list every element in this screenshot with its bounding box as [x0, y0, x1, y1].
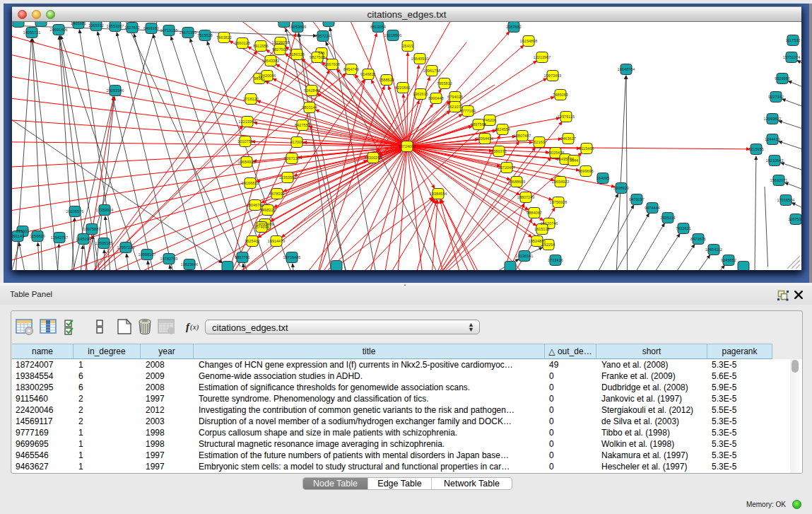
svg-text:16914479: 16914479	[268, 239, 286, 243]
svg-text:9245652: 9245652	[721, 258, 736, 262]
svg-text:1117533: 1117533	[786, 38, 801, 42]
svg-text:16671355: 16671355	[180, 30, 197, 35]
svg-text:3624554: 3624554	[495, 127, 510, 132]
svg-text:1362615: 1362615	[413, 92, 428, 96]
svg-text:6479197: 6479197	[629, 197, 645, 201]
svg-text:16210643: 16210643	[766, 158, 784, 163]
svg-text:14136141: 14136141	[516, 254, 534, 258]
svg-text:1010755: 1010755	[237, 139, 253, 144]
svg-text:1145194: 1145194	[76, 237, 90, 241]
svg-text:16782759: 16782759	[160, 257, 178, 261]
svg-text:1905381: 1905381	[71, 22, 86, 25]
svg-text:10046766: 10046766	[247, 203, 264, 207]
svg-text:1733426: 1733426	[548, 258, 563, 262]
svg-text:9884067: 9884067	[526, 211, 542, 215]
svg-text:5498222: 5498222	[260, 208, 276, 212]
svg-text:1574099: 1574099	[254, 225, 269, 229]
svg-text:18300295: 18300295	[365, 156, 382, 160]
svg-text:9777169: 9777169	[460, 109, 476, 113]
svg-text:10025438: 10025438	[547, 151, 565, 155]
svg-text:15720407: 15720407	[498, 165, 516, 170]
svg-text:8454749: 8454749	[343, 67, 359, 71]
svg-text:10807487: 10807487	[514, 134, 531, 138]
svg-text:19384554: 19384554	[430, 192, 447, 196]
svg-text:22420046: 22420046	[259, 74, 276, 78]
svg-text:7515528: 7515528	[197, 33, 213, 37]
svg-text:2087682: 2087682	[506, 25, 522, 29]
svg-text:8678332: 8678332	[269, 192, 285, 196]
svg-text:13226058: 13226058	[272, 40, 290, 45]
svg-text:16120746: 16120746	[541, 221, 558, 226]
svg-text:8990448: 8990448	[428, 96, 444, 100]
svg-text:19218506: 19218506	[384, 33, 402, 37]
svg-text:2718120: 2718120	[243, 97, 259, 101]
svg-text:9827508: 9827508	[310, 55, 325, 59]
svg-text:12093822: 12093822	[764, 117, 782, 121]
svg-text:9242843: 9242843	[304, 88, 319, 93]
svg-text:9474444: 9474444	[645, 206, 660, 210]
svg-text:(x): (x)	[190, 322, 199, 332]
svg-text:5938923: 5938923	[613, 186, 629, 190]
svg-text:1065332: 1065332	[88, 23, 104, 28]
svg-text:6466160: 6466160	[143, 26, 159, 30]
svg-text:2803144: 2803144	[302, 105, 317, 110]
svg-text:10654112: 10654112	[705, 247, 722, 252]
svg-text:10688609: 10688609	[508, 180, 526, 184]
svg-text:11353594: 11353594	[279, 175, 296, 180]
svg-text:8220561: 8220561	[395, 86, 411, 90]
svg-text:19166822: 19166822	[242, 181, 259, 185]
svg-text:417006: 417006	[290, 140, 304, 144]
svg-text:16154808: 16154808	[520, 39, 538, 43]
svg-text:7357224: 7357224	[315, 34, 331, 38]
svg-text:1156829: 1156829	[30, 234, 45, 238]
svg-text:1167533: 1167533	[788, 217, 801, 221]
svg-text:15692971: 15692971	[770, 178, 788, 182]
svg-text:25419: 25419	[402, 44, 413, 48]
svg-text:10553267: 10553267	[107, 24, 124, 28]
svg-text:10756928: 10756928	[550, 200, 567, 204]
svg-text:1615132: 1615132	[534, 227, 550, 231]
svg-text:20364436: 20364436	[476, 136, 494, 141]
svg-text:9463627: 9463627	[560, 136, 576, 141]
svg-text:16053809: 16053809	[289, 25, 307, 29]
svg-text:12213369: 12213369	[239, 119, 257, 124]
svg-text:62160: 62160	[534, 140, 545, 144]
svg-text:17359924: 17359924	[96, 208, 114, 212]
svg-text:7663822: 7663822	[216, 35, 232, 40]
svg-text:29053346: 29053346	[107, 88, 124, 93]
svg-text:10719155: 10719155	[160, 28, 178, 33]
svg-text:8215955: 8215955	[748, 147, 764, 151]
svg-text:1244419: 1244419	[765, 137, 780, 141]
svg-text:1527602: 1527602	[124, 25, 140, 30]
svg-text:12975115: 12975115	[558, 115, 575, 119]
svg-text:12213967: 12213967	[534, 55, 551, 59]
svg-text:10958107: 10958107	[139, 252, 156, 257]
svg-text:8186328: 8186328	[289, 52, 305, 57]
svg-text:9660128: 9660128	[235, 41, 250, 45]
svg-text:9827503: 9827503	[272, 47, 288, 52]
svg-text:7386372: 7386372	[491, 149, 507, 153]
svg-text:9115460: 9115460	[579, 146, 594, 151]
svg-text:18807249: 18807249	[517, 195, 535, 199]
svg-text:14055721: 14055721	[23, 30, 41, 35]
svg-text:15716485: 15716485	[283, 255, 301, 259]
svg-text:9329966: 9329966	[775, 76, 790, 81]
svg-text:12942757: 12942757	[51, 235, 69, 240]
svg-text:10543382: 10543382	[262, 59, 280, 63]
svg-text:835001: 835001	[16, 229, 30, 233]
svg-text:10975887: 10975887	[83, 227, 101, 231]
svg-text:18724007: 18724007	[399, 144, 416, 148]
svg-text:164095: 164095	[596, 176, 610, 180]
svg-text:20206576: 20206576	[66, 209, 84, 214]
svg-text:9699695: 9699695	[578, 169, 594, 173]
svg-text:8471676: 8471676	[690, 237, 706, 241]
svg-text:6794028: 6794028	[447, 95, 463, 99]
svg-text:17957223: 17957223	[117, 245, 135, 250]
svg-text:12505185: 12505185	[95, 241, 113, 245]
svg-text:10923646: 10923646	[181, 262, 199, 267]
svg-text:9146821: 9146821	[360, 72, 376, 76]
svg-text:7625402: 7625402	[245, 239, 260, 243]
svg-text:8813054: 8813054	[370, 25, 386, 29]
svg-text:8267130: 8267130	[284, 156, 300, 160]
svg-text:17016504: 17016504	[777, 198, 795, 202]
